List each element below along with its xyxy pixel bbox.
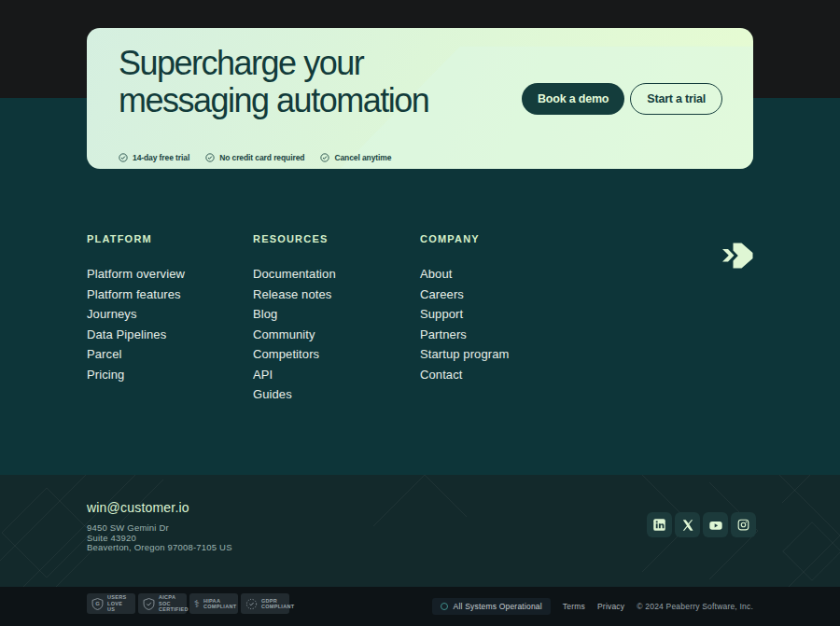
shield-check-icon bbox=[143, 598, 155, 610]
badge-gdpr: GDPRCOMPLIANT bbox=[241, 593, 289, 614]
caduceus-icon: ⚕ bbox=[194, 599, 200, 609]
cta-bullet-list: 14-day free trial No credit card require… bbox=[119, 153, 391, 162]
cta-bullet: 14-day free trial bbox=[119, 153, 189, 162]
g2-logo-icon: G bbox=[91, 598, 104, 610]
footer-column-resources: RESOURCES Documentation Release notes Bl… bbox=[253, 233, 336, 406]
status-label: All Systems Operational bbox=[454, 602, 542, 611]
footer-column-title: RESOURCES bbox=[253, 233, 336, 244]
badge-aicpa-soc: AICPA SOCCERTIFIED bbox=[138, 593, 187, 614]
address-line: 9450 SW Gemini Dr bbox=[87, 523, 232, 534]
footer-link-api[interactable]: API bbox=[253, 368, 273, 382]
youtube-icon[interactable] bbox=[703, 512, 728, 537]
footer-link-blog[interactable]: Blog bbox=[253, 307, 277, 321]
address-line: Beaverton, Oregon 97008-7105 US bbox=[87, 543, 232, 553]
footer-column-title: COMPANY bbox=[420, 233, 509, 244]
badge-label: AICPA SOCCERTIFIED bbox=[159, 594, 189, 613]
footer-link-data-pipelines[interactable]: Data Pipelines bbox=[87, 327, 166, 341]
footer-link-journeys[interactable]: Journeys bbox=[87, 307, 137, 321]
cta-button-group: Book a demo Start a trial bbox=[522, 83, 722, 115]
linkedin-icon[interactable] bbox=[647, 512, 672, 537]
system-status-pill[interactable]: All Systems Operational bbox=[432, 598, 551, 615]
cta-bullet-label: 14-day free trial bbox=[133, 153, 189, 162]
footer-link-parcel[interactable]: Parcel bbox=[87, 347, 121, 361]
check-circle-icon bbox=[119, 153, 128, 162]
footer-link-documentation[interactable]: Documentation bbox=[253, 267, 336, 281]
footer-link-startup-program[interactable]: Startup program bbox=[420, 347, 509, 361]
footer-link-guides[interactable]: Guides bbox=[253, 387, 292, 401]
contact-email-link[interactable]: win@customer.io bbox=[87, 500, 189, 515]
cta-bullet-label: No credit card required bbox=[219, 153, 304, 162]
footer-column-company: COMPANY About Careers Support Partners S… bbox=[420, 233, 509, 385]
cta-bullet-label: Cancel anytime bbox=[334, 153, 391, 162]
badge-hipaa: ⚕ HIPAACOMPLIANT bbox=[189, 593, 238, 614]
footer-link-platform-features[interactable]: Platform features bbox=[87, 287, 181, 301]
footer-link-about[interactable]: About bbox=[420, 267, 452, 281]
contact-address: 9450 SW Gemini Dr Suite 43920 Beaverton,… bbox=[87, 523, 232, 553]
copyright-text: © 2024 Peaberry Software, Inc. bbox=[637, 602, 753, 611]
svg-text:G: G bbox=[95, 601, 100, 606]
stars-circle-icon bbox=[245, 598, 258, 610]
cta-bullet: No credit card required bbox=[205, 153, 304, 162]
footer-column-platform: PLATFORM Platform overview Platform feat… bbox=[87, 233, 185, 385]
footer-link-platform-overview[interactable]: Platform overview bbox=[87, 267, 185, 281]
footer-link-contact[interactable]: Contact bbox=[420, 368, 463, 382]
cta-bullet: Cancel anytime bbox=[320, 153, 391, 162]
customerio-logo-icon[interactable] bbox=[721, 240, 753, 271]
compliance-badges: G USERSLOVE US AICPA SOCCERTIFIED ⚕ HIPA… bbox=[87, 593, 289, 614]
check-circle-icon bbox=[320, 153, 329, 162]
legal-links-row: All Systems Operational Terms Privacy © … bbox=[432, 587, 753, 626]
footer-link-careers[interactable]: Careers bbox=[420, 287, 464, 301]
footer-link-list: About Careers Support Partners Startup p… bbox=[420, 265, 509, 385]
cta-card: Supercharge your messaging automation 14… bbox=[87, 28, 753, 169]
check-circle-icon bbox=[205, 153, 215, 162]
footer-link-release-notes[interactable]: Release notes bbox=[253, 287, 331, 301]
footer-link-list: Documentation Release notes Blog Communi… bbox=[253, 265, 336, 406]
instagram-icon[interactable] bbox=[731, 512, 756, 537]
cta-heading-line2: messaging automation bbox=[119, 82, 428, 119]
privacy-link[interactable]: Privacy bbox=[597, 602, 624, 611]
terms-link[interactable]: Terms bbox=[563, 602, 585, 611]
footer-link-pricing[interactable]: Pricing bbox=[87, 368, 124, 382]
footer-link-partners[interactable]: Partners bbox=[420, 327, 467, 341]
footer-column-title: PLATFORM bbox=[87, 233, 185, 244]
footer-link-list: Platform overview Platform features Jour… bbox=[87, 265, 185, 385]
x-twitter-icon[interactable] bbox=[675, 512, 700, 537]
start-a-trial-button[interactable]: Start a trial bbox=[630, 83, 722, 115]
book-a-demo-button[interactable]: Book a demo bbox=[522, 83, 624, 115]
social-links bbox=[647, 512, 756, 537]
cta-heading: Supercharge your messaging automation bbox=[119, 45, 428, 119]
badge-label: HIPAACOMPLIANT bbox=[203, 598, 236, 610]
badge-g2-users-love-us: G USERSLOVE US bbox=[87, 593, 135, 614]
badge-label: USERSLOVE US bbox=[107, 594, 131, 613]
badge-label: GDPRCOMPLIANT bbox=[261, 598, 294, 610]
footer-link-support[interactable]: Support bbox=[420, 307, 463, 321]
footer-link-community[interactable]: Community bbox=[253, 327, 315, 341]
status-ring-icon bbox=[441, 603, 448, 610]
footer-link-competitors[interactable]: Competitors bbox=[253, 347, 319, 361]
cta-heading-line1: Supercharge your bbox=[119, 45, 428, 82]
